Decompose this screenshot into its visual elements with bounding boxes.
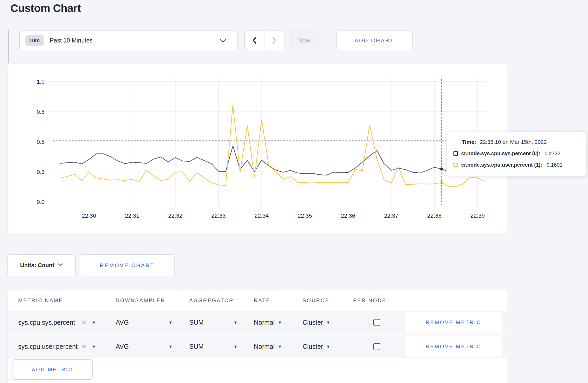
metric-name-select[interactable]: sys.cpu.user.percent ✕ ▼ [18, 343, 116, 350]
svg-text:0.8: 0.8 [37, 109, 45, 115]
tooltip-series-label: cr.node.sys.cpu.sys.percent (0): [461, 151, 540, 157]
svg-text:22:30: 22:30 [82, 212, 96, 219]
caret-down-icon[interactable]: ▼ [92, 344, 96, 349]
metric-row: sys.cpu.user.percent ✕ ▼ AVG▼ SUM▼ Norma… [8, 335, 507, 358]
caret-down-icon: ▼ [326, 344, 330, 349]
add-metric-button[interactable]: ADD METRIC [12, 359, 93, 380]
source-select[interactable]: Cluster▼ [303, 343, 353, 350]
svg-text:22:33: 22:33 [211, 212, 226, 219]
metrics-table: METRIC NAME DOWNSAMPLER AGGREGATOR RATE … [8, 290, 507, 383]
svg-text:1.0: 1.0 [37, 79, 45, 85]
source-value: Cluster [303, 343, 323, 350]
aggregator-select[interactable]: SUM▼ [189, 319, 254, 326]
page-title: Custom Chart [10, 2, 81, 15]
units-label: Units: Count [20, 262, 54, 269]
previous-window-button[interactable] [245, 31, 264, 50]
svg-text:0.0: 0.0 [37, 199, 45, 205]
time-window-nav [244, 31, 284, 50]
downsampler-value: AVG [116, 319, 129, 326]
column-header-metric-name: METRIC NAME [18, 297, 116, 303]
svg-text:22:36: 22:36 [341, 212, 355, 219]
column-header-per-node: PER NODE [353, 297, 405, 303]
tooltip-series-label: cr.node.sys.cpu.user.percent (1): [461, 162, 542, 168]
tooltip-series-value: 0.1601 [547, 162, 562, 168]
chevron-left-icon [252, 37, 257, 44]
caret-down-icon: ▼ [326, 320, 330, 325]
svg-text:22:37: 22:37 [384, 212, 398, 219]
caret-down-icon[interactable]: ▼ [92, 320, 96, 325]
custom-chart-page: Custom Chart 10m Past 10 Minutes Now ADD… [0, 0, 588, 383]
rate-select[interactable]: Normal▼ [254, 319, 303, 326]
downsampler-select[interactable]: AVG▼ [116, 343, 189, 350]
rate-value: Normal [254, 343, 275, 350]
chevron-right-icon [272, 37, 277, 44]
caret-down-icon: ▼ [169, 344, 173, 349]
remove-metric-button[interactable]: REMOVE METRIC [405, 312, 502, 333]
time-range-badge: 10m [25, 35, 44, 46]
clear-metric-icon[interactable]: ✕ [81, 319, 87, 326]
tooltip-time-value: 22:38:10 on Mar 15th, 2022 [480, 139, 547, 145]
cpu-percent-chart[interactable]: 1.00.80.50.30.022:3022:3122:3222:3322:34… [8, 64, 507, 235]
column-header-aggregator: AGGREGATOR [189, 297, 254, 303]
remove-metric-button[interactable]: REMOVE METRIC [405, 336, 502, 357]
aggregator-value: SUM [189, 319, 204, 326]
chevron-down-icon [220, 39, 226, 44]
metric-row: sys.cpu.sys.percent ✕ ▼ AVG▼ SUM▼ Normal… [8, 311, 507, 334]
downsampler-value: AVG [116, 343, 129, 350]
column-header-downsampler: DOWNSAMPLER [116, 297, 189, 303]
svg-text:22:35: 22:35 [298, 212, 312, 219]
per-node-checkbox[interactable] [373, 319, 380, 326]
source-value: Cluster [303, 319, 323, 326]
now-button[interactable]: Now [289, 31, 319, 50]
rate-value: Normal [254, 319, 275, 326]
svg-text:22:39: 22:39 [471, 212, 485, 219]
units-select[interactable]: Units: Count [8, 254, 76, 276]
tooltip-time-row: Time: 22:38:10 on Mar 15th, 2022 [462, 139, 579, 145]
metrics-table-header: METRIC NAME DOWNSAMPLER AGGREGATOR RATE … [8, 290, 507, 311]
metric-name-select[interactable]: sys.cpu.sys.percent ✕ ▼ [18, 319, 116, 326]
svg-text:22:31: 22:31 [125, 212, 139, 219]
aggregator-value: SUM [189, 343, 204, 350]
caret-down-icon: ▼ [169, 320, 173, 325]
svg-text:22:34: 22:34 [255, 212, 269, 219]
next-window-button[interactable] [264, 31, 284, 50]
sys-percent-swatch-icon [453, 151, 458, 156]
caret-down-icon: ▼ [233, 320, 237, 325]
metric-name-value: sys.cpu.user.percent [18, 343, 81, 350]
per-node-checkbox[interactable] [373, 343, 380, 350]
caret-down-icon: ▼ [233, 344, 237, 349]
tooltip-series-row: cr.node.sys.cpu.user.percent (1): 0.1601 [453, 162, 579, 168]
time-range-select[interactable]: 10m Past 10 Minutes [19, 31, 237, 50]
svg-text:0.5: 0.5 [37, 139, 45, 145]
svg-text:22:38: 22:38 [427, 212, 442, 219]
add-chart-button[interactable]: ADD CHART [336, 31, 412, 50]
column-header-source: SOURCE [303, 297, 353, 303]
source-select[interactable]: Cluster▼ [303, 319, 353, 326]
chevron-down-icon [58, 263, 63, 268]
tooltip-series-value: 0.2732 [545, 151, 561, 157]
metric-name-value: sys.cpu.sys.percent [18, 319, 81, 326]
time-range-label: Past 10 Minutes [50, 37, 93, 44]
remove-chart-button[interactable]: REMOVE CHART [80, 254, 174, 276]
toolbar-divider [8, 30, 9, 63]
chart-card: 1.00.80.50.30.022:3022:3122:3222:3322:34… [8, 64, 507, 235]
caret-down-icon: ▼ [278, 344, 282, 349]
column-header-rate: RATE [254, 297, 303, 303]
downsampler-select[interactable]: AVG▼ [116, 319, 189, 326]
chart-tooltip: Time: 22:38:10 on Mar 15th, 2022 cr.node… [446, 132, 586, 176]
svg-text:0.3: 0.3 [37, 169, 45, 175]
tooltip-time-label: Time: [462, 139, 476, 145]
aggregator-select[interactable]: SUM▼ [189, 343, 254, 350]
clear-metric-icon[interactable]: ✕ [81, 343, 87, 350]
tooltip-series-row: cr.node.sys.cpu.sys.percent (0): 0.2732 [453, 151, 579, 157]
svg-text:22:32: 22:32 [168, 212, 183, 219]
user-percent-swatch-icon [453, 163, 458, 167]
rate-select[interactable]: Normal▼ [254, 343, 303, 350]
caret-down-icon: ▼ [278, 320, 282, 325]
